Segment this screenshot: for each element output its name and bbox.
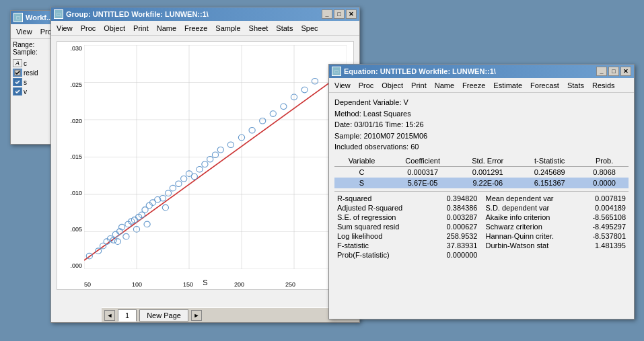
- fstat-value: 37.83931: [431, 241, 478, 250]
- x-tick-200: 200: [234, 281, 244, 288]
- x-tick-250: 250: [285, 281, 295, 288]
- stat-mean-dep-var: Mean dependent var 0.007819: [483, 194, 629, 203]
- group-menu-freeze[interactable]: Freeze: [180, 23, 211, 34]
- svg-point-55: [260, 118, 266, 124]
- stat-hannan-quinn: Hannan-Quinn criter. -8.537801: [483, 231, 629, 241]
- group-menu-name[interactable]: Name: [153, 23, 180, 34]
- coef-s: 5.67E-05: [389, 178, 456, 188]
- var-resid-label: resid: [24, 69, 38, 77]
- scatter-svg: [84, 45, 347, 269]
- y-tick-020: .020: [70, 118, 82, 124]
- x-tick-150: 150: [183, 281, 193, 288]
- eq-menu-object[interactable]: Object: [378, 80, 407, 91]
- group-minimize-btn[interactable]: _: [322, 9, 332, 19]
- dw-value: 1.481395: [579, 241, 626, 250]
- col-variable: Variable: [334, 155, 389, 167]
- rsquared-value: 0.394820: [431, 194, 478, 202]
- svg-point-57: [281, 104, 287, 110]
- group-maximize-btn[interactable]: □: [334, 9, 345, 19]
- stats-left: R-squared 0.394820 Adjusted R-squared 0.…: [334, 194, 480, 260]
- group-menu-stats[interactable]: Stats: [272, 23, 297, 34]
- adj-rsquared-value: 0.384386: [431, 204, 478, 212]
- ssr-label: Sum squared resid: [337, 223, 399, 231]
- eq-menu-estimate[interactable]: Estimate: [489, 80, 526, 91]
- tab-new-page[interactable]: New Page: [139, 309, 188, 321]
- schwarz-value: -8.495297: [579, 223, 626, 231]
- meandep-value: 0.007819: [579, 194, 626, 202]
- group-menu-proc[interactable]: Proc: [77, 23, 100, 34]
- akaike-label: Akaike info criterion: [486, 213, 550, 221]
- stats-right: Mean dependent var 0.007819 S.D. depende…: [483, 194, 629, 260]
- stat-adj-rsquared: Adjusted R-squared 0.384386: [334, 203, 480, 213]
- observations: Included observations: 60: [334, 141, 629, 153]
- coef-row-c: C 0.000317 0.001291 0.245689 0.8068: [334, 166, 629, 178]
- eq-menu-resids[interactable]: Resids: [588, 80, 619, 91]
- x-tick-50: 50: [84, 281, 91, 288]
- workfile-menu-view[interactable]: View: [12, 26, 36, 37]
- stderr-s: 9.22E-06: [456, 178, 519, 188]
- dependent-var: Dependent Variable: V: [334, 97, 629, 108]
- pfstat-label: Prob(F-statistic): [337, 251, 390, 259]
- se-value: 0.003287: [431, 213, 478, 221]
- taskbar: ◄ 1 New Page ►: [102, 307, 359, 322]
- stat-sum-sq-resid: Sum squared resid 0.000627: [334, 222, 480, 231]
- group-menu-object[interactable]: Object: [100, 23, 129, 34]
- eq-close-btn[interactable]: ✕: [620, 67, 631, 76]
- svg-point-27: [123, 233, 129, 239]
- tstat-c: 0.245689: [519, 166, 580, 178]
- eq-menu-stats[interactable]: Stats: [563, 80, 588, 91]
- eq-menu-freeze[interactable]: Freeze: [458, 80, 489, 91]
- stat-akaike: Akaike info criterion -8.565108: [483, 213, 629, 222]
- coefficient-table: Variable Coefficient Std. Error t-Statis…: [334, 155, 629, 188]
- stderr-c: 0.001291: [456, 166, 519, 178]
- var-v-label: v: [24, 88, 27, 96]
- group-menu-print[interactable]: Print: [129, 23, 153, 34]
- group-close-btn[interactable]: ✕: [346, 9, 357, 19]
- group-menu-sheet[interactable]: Sheet: [245, 23, 273, 34]
- col-prob: Prob.: [580, 155, 629, 167]
- group-window: □ Group: UNTITLED Workfile: LUNWEN::1\ _…: [50, 7, 360, 323]
- svg-point-23: [112, 231, 118, 237]
- equation-title: Equation: UNTITLED Workfile: LUNWEN::1\: [344, 67, 496, 75]
- method: Method: Least Squares: [334, 108, 629, 120]
- y-tick-005: .005: [70, 226, 82, 233]
- x-tick-100: 100: [132, 281, 142, 288]
- svg-point-54: [249, 127, 255, 133]
- prob-s: 0.0000: [580, 178, 629, 188]
- stat-durbin-watson: Durbin-Watson stat 1.481395: [483, 241, 629, 250]
- se-label: S.E. of regression: [337, 213, 396, 221]
- check-icon-v: [13, 87, 22, 96]
- group-menu-sample[interactable]: Sample: [211, 23, 244, 34]
- check-icon-s: [13, 78, 22, 86]
- col-coefficient: Coefficient: [389, 155, 456, 167]
- eq-minimize-btn[interactable]: _: [596, 67, 607, 76]
- y-tick-025: .025: [70, 81, 82, 88]
- sample: Sample: 2010M07 2015M06: [334, 130, 629, 142]
- group-menu-spec[interactable]: Spec: [297, 23, 322, 34]
- bottom-stats: R-squared 0.394820 Adjusted R-squared 0.…: [334, 191, 629, 260]
- eq-menu-name[interactable]: Name: [431, 80, 458, 91]
- group-menubar: View Proc Object Print Name Freeze Sampl…: [51, 21, 359, 36]
- y-tick-030: .030: [70, 45, 82, 52]
- tab-page-1[interactable]: 1: [118, 309, 137, 321]
- equation-window: □ Equation: UNTITLED Workfile: LUNWEN::1…: [328, 64, 635, 319]
- eq-maximize-btn[interactable]: □: [608, 67, 619, 76]
- tab-arrow-right[interactable]: ►: [191, 310, 202, 321]
- rsquared-label: R-squared: [337, 194, 371, 202]
- eq-menu-forecast[interactable]: Forecast: [526, 80, 563, 91]
- y-axis-labels: .030 .025 .020 .015 .010 .005 .000: [57, 45, 84, 269]
- group-menu-view[interactable]: View: [52, 23, 77, 34]
- eq-menu-view[interactable]: View: [330, 80, 355, 91]
- eq-menu-proc[interactable]: Proc: [355, 80, 378, 91]
- alpha-icon: A: [13, 59, 22, 67]
- tab-arrow-left[interactable]: ◄: [104, 310, 115, 321]
- stat-log-likelihood: Log likelihood 258.9532: [334, 231, 480, 241]
- group-controls: _ □ ✕: [322, 9, 357, 19]
- workfile-title: Workf...: [26, 13, 52, 22]
- prob-c: 0.8068: [580, 166, 629, 178]
- meandep-label: Mean dependent var: [486, 194, 554, 202]
- eq-menu-print[interactable]: Print: [407, 80, 431, 91]
- group-icon: □: [54, 9, 63, 19]
- svg-point-35: [144, 221, 150, 227]
- svg-point-43: [176, 181, 182, 187]
